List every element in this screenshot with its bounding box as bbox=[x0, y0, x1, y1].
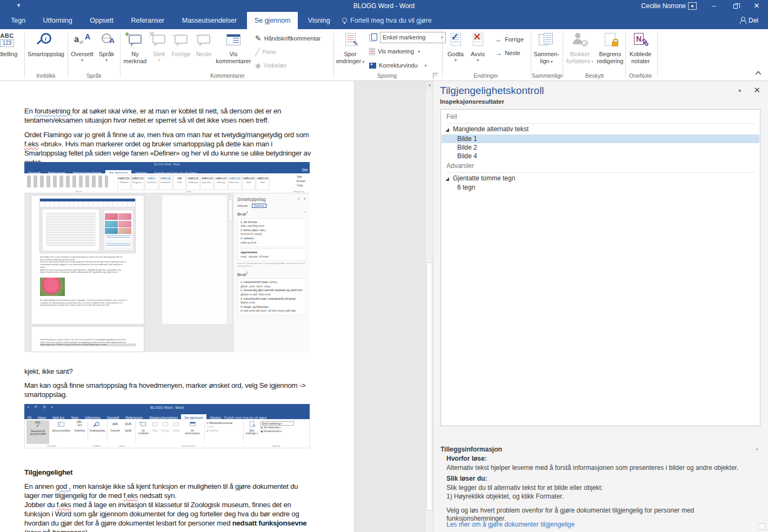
img1-nested-screenshot bbox=[40, 199, 135, 253]
linked-notes-button[interactable]: N Kobledenotater bbox=[626, 31, 655, 65]
minimize-icon[interactable]: ─ bbox=[710, 2, 718, 10]
track-changes-icon: ✎ bbox=[345, 33, 356, 46]
previous-change-button[interactable]: ←Forrige bbox=[495, 33, 524, 45]
paragraph: En forutsetning for at søket skal virke,… bbox=[24, 106, 315, 125]
pane-close-icon[interactable]: ✕ bbox=[753, 85, 760, 95]
img1-title-bar: BLOGG Word - Word bbox=[24, 162, 310, 167]
error-item-bilde-1[interactable]: Bilde 1 bbox=[442, 134, 759, 143]
how-fix-label: Slik løser du: bbox=[446, 475, 746, 483]
eraser-button[interactable]: ◆Viskelær bbox=[255, 59, 286, 71]
track-changes-button[interactable]: ✎ Sporendringer ▾ bbox=[336, 31, 365, 65]
document-canvas: En forutsetning for at søket skal virke,… bbox=[0, 81, 425, 532]
img2-previous-button: Forrige bbox=[160, 420, 171, 432]
ink-comment-button[interactable]: ✎Håndskriftkommentar bbox=[255, 32, 320, 44]
img2-wordcount-button: ABC123Ordtelling bbox=[72, 420, 86, 432]
sporing-dialog-launcher-icon[interactable] bbox=[433, 73, 438, 78]
tab-utforming[interactable]: Utforming bbox=[36, 12, 80, 29]
tab-visning[interactable]: Visning bbox=[300, 12, 338, 29]
group-label-endringer: Endringer bbox=[445, 72, 526, 79]
pane-title: Tilgjengelighetskontroll bbox=[440, 85, 544, 97]
tab-oppsett[interactable]: Oppsett bbox=[82, 12, 121, 29]
error-item-bilde-2[interactable]: Bilde 2 bbox=[442, 143, 759, 152]
error-item-bilde-4[interactable]: Bilde 4 bbox=[442, 152, 759, 160]
signed-in-user[interactable]: Cecilie Norrone bbox=[641, 2, 686, 10]
warnings-category-label: Advarsler bbox=[446, 162, 474, 170]
warning-item-6-tegn[interactable]: 6 tegn bbox=[442, 183, 759, 192]
warning-group-row[interactable]: Gjentatte tomme tegn bbox=[445, 174, 759, 183]
next-change-icon: → bbox=[495, 49, 502, 57]
previous-comment-button[interactable]: ← Forrige bbox=[170, 31, 192, 58]
attribution-text: Levert av OxfordDictionaries © Kunnskaps… bbox=[237, 262, 306, 267]
img2-showcomments-button: Viskommentarer bbox=[182, 420, 203, 435]
img1-tiny-text: Ordet Flamingo var jo greit å finne ut a… bbox=[40, 339, 136, 346]
embedded-image-2[interactable]: ▪ ↶ ↻ ▪ BLOGG Word - Word FilHjemSett in… bbox=[24, 404, 310, 448]
show-markup-icon bbox=[369, 48, 375, 55]
tab-tegn[interactable]: Tegn bbox=[3, 12, 33, 29]
learn-more-link[interactable]: Les mer om å gjøre dokumenter tilgjengel… bbox=[446, 521, 575, 528]
reviewing-pane-button[interactable]: Korrekturvindu▾ bbox=[369, 59, 427, 71]
display-for-review-icon bbox=[369, 33, 377, 41]
reject-button[interactable]: ✕ Avvis ▾ bbox=[468, 31, 487, 63]
block-authors-button[interactable]: Blokkerforfattere ▾ bbox=[564, 31, 596, 65]
scrollbar-thumb[interactable] bbox=[426, 262, 432, 510]
document-heading: Tilgjengelighet bbox=[24, 468, 315, 477]
next-change-button[interactable]: →Neste bbox=[495, 47, 520, 59]
definition-card: 1. det å bruke.slites ved flittig bruk2.… bbox=[237, 218, 306, 247]
next-comment-button[interactable]: → Neste bbox=[193, 31, 215, 58]
scroll-up-icon[interactable]: ▲ bbox=[426, 81, 433, 89]
accept-button[interactable]: ✓ Godta ▾ bbox=[445, 31, 466, 63]
img2-tracking-stack: Enkel markering ▾ ▤ Vis markering ▾ ▣ Ko… bbox=[261, 421, 307, 433]
pen-icon: ╱ bbox=[255, 48, 259, 56]
document-page[interactable]: En forutsetning for at søket skal virke,… bbox=[0, 81, 355, 532]
smart-lookup-button[interactable]: Smartoppslag bbox=[28, 31, 64, 58]
pane-menu-icon[interactable]: ▾ bbox=[738, 88, 741, 93]
paragraph: Jobber du f.eks med å lage en invitasjon… bbox=[24, 500, 315, 532]
img2-spelling-button: ABC✓ Stavekontrollog grammatikk bbox=[26, 420, 49, 444]
word-count-button[interactable]: ABC123 rdtelling bbox=[0, 31, 23, 58]
img2-title-bar: ▪ ↶ ↻ ▪ BLOGG Word - Word bbox=[24, 404, 310, 412]
embedded-image-1[interactable]: BLOGG Word - Word OppsettReferanserMasse… bbox=[24, 162, 310, 352]
word-count-icon: ABC123 bbox=[0, 32, 14, 47]
definition-card: 1. virksomhetdrift (bare i sms.).gårds-,… bbox=[237, 278, 306, 315]
tab-masseutsendelser[interactable]: Masseutsendelser bbox=[175, 12, 244, 29]
img1-smart-lookup-panel: Smartoppslag▾✕ UtforskDefiner Bruk1˄ 1. … bbox=[233, 193, 310, 352]
img1-tiny-text: En problemstilling som kan komme opp er … bbox=[40, 299, 136, 307]
title-bar: ▼ BLOGG Word - Word Cecilie Norrone ▲ ─ … bbox=[0, 0, 768, 12]
tab-se-gjennom[interactable]: Se gjennom bbox=[247, 12, 298, 29]
group-label-kommentarer: Kommentarer bbox=[122, 72, 333, 79]
quick-access-caret-icon[interactable]: ▼ bbox=[16, 3, 21, 8]
onenote-icon: N bbox=[634, 33, 647, 46]
tab-referanser[interactable]: Referanser bbox=[123, 12, 172, 29]
why-fix-label: Hvorfor løse: bbox=[446, 455, 746, 463]
paragraph: Man kan også finne smartoppslag fra hove… bbox=[24, 381, 315, 399]
collapse-ribbon-icon[interactable] bbox=[755, 71, 761, 77]
accept-icon: ✓ bbox=[451, 33, 461, 46]
delete-comment-button[interactable]: ✕ Slett ▾ bbox=[149, 31, 169, 63]
compare-icon bbox=[539, 33, 554, 46]
expanded-triangle-icon bbox=[445, 128, 449, 132]
close-icon[interactable]: ✕ bbox=[752, 2, 761, 10]
new-comment-button[interactable]: + Nymerknad bbox=[122, 31, 148, 65]
share-button[interactable]: Del bbox=[736, 15, 763, 26]
img1-style-gallery: AaBbCcDc¶ NormalAaBbCcDc¶ Ingen m...AaBb… bbox=[117, 175, 270, 190]
restore-icon[interactable] bbox=[731, 2, 740, 10]
display-for-review-select[interactable]: Enkel markering▾ bbox=[369, 31, 446, 43]
previous-comment-icon: ← bbox=[175, 35, 188, 44]
ribbon-display-options-icon[interactable]: ▲ bbox=[688, 2, 697, 10]
translate-icon: a⇄A bbox=[74, 33, 90, 46]
language-button[interactable]: Språk ▾ bbox=[95, 31, 118, 63]
pen-button[interactable]: ╱Penn bbox=[255, 46, 276, 58]
translate-button[interactable]: a⇄A Oversett ▾ bbox=[70, 31, 95, 63]
error-group-row[interactable]: Manglende alternativ tekst bbox=[445, 125, 759, 134]
additional-info-chevron-icon[interactable]: ⌄ bbox=[755, 445, 759, 451]
window-title: BLOGG Word - Word bbox=[353, 2, 415, 10]
document-scrollbar[interactable]: ▲ bbox=[425, 81, 433, 532]
tell-me-box[interactable]: Fortell meg hva du vil gjøre bbox=[342, 12, 432, 29]
restrict-editing-button[interactable]: Begrensredigering bbox=[596, 31, 625, 65]
show-comments-button[interactable]: Viskommentarer bbox=[216, 31, 251, 65]
img1-ribbon: AaBbCcDc¶ NormalAaBbCcDc¶ Ingen m...AaBb… bbox=[24, 173, 310, 193]
show-markup-button[interactable]: Vis markering▾ bbox=[369, 45, 420, 57]
compare-button[interactable]: Sammen-lign ▾ bbox=[532, 31, 561, 65]
pane-resize-gripper[interactable] bbox=[758, 523, 765, 530]
reject-icon: ✕ bbox=[473, 33, 483, 46]
